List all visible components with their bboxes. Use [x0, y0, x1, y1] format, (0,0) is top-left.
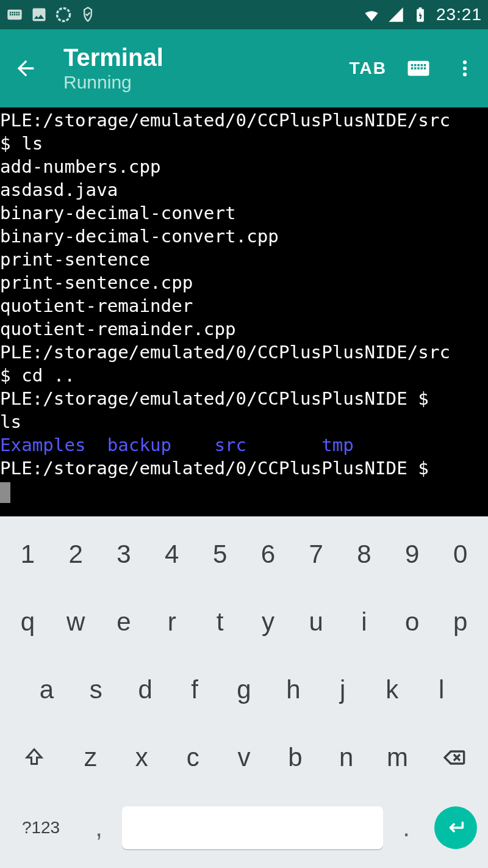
- key-a[interactable]: a: [22, 657, 71, 722]
- download-done-icon: [79, 6, 96, 23]
- enter-icon: [445, 817, 466, 838]
- key-v[interactable]: v: [218, 725, 270, 790]
- cell-signal-icon: [387, 6, 404, 23]
- key-shift[interactable]: [4, 725, 65, 790]
- terminal-line: print-sentence.cpp: [0, 272, 193, 293]
- keyboard-row-zxcv: z x c v b n m: [0, 724, 488, 792]
- key-4[interactable]: 4: [148, 521, 196, 587]
- terminal-line-dirs: Examples backup src tmp: [0, 435, 354, 455]
- key-h[interactable]: h: [268, 657, 318, 722]
- clock: 23:21: [436, 5, 482, 24]
- key-t[interactable]: t: [196, 589, 244, 654]
- terminal-line: ls: [0, 411, 21, 432]
- keyboard-row-bottom: ?123 , .: [0, 792, 488, 868]
- terminal-line: PLE:/storage/emulated/0/CCPlusPlusNIDE/s…: [0, 342, 450, 363]
- terminal-line: print-sentence: [0, 249, 150, 270]
- terminal-line: binary-decimal-convert: [0, 203, 236, 223]
- picture-icon: [30, 6, 48, 23]
- svg-point-0: [57, 9, 70, 21]
- terminal-line: quotient-remainder.cpp: [0, 319, 236, 339]
- key-m[interactable]: m: [372, 725, 423, 790]
- key-n[interactable]: n: [321, 725, 372, 790]
- app-subtitle: Running: [63, 72, 350, 93]
- terminal-cursor: [0, 482, 10, 503]
- key-3[interactable]: 3: [100, 521, 148, 587]
- key-k[interactable]: k: [367, 657, 417, 722]
- terminal-output[interactable]: PLE:/storage/emulated/0/CCPlusPlusNIDE/s…: [0, 107, 488, 516]
- battery-charging-icon: [412, 6, 429, 23]
- key-x[interactable]: x: [116, 725, 167, 790]
- key-9[interactable]: 9: [388, 521, 436, 587]
- key-b[interactable]: b: [270, 725, 321, 790]
- key-q[interactable]: q: [4, 589, 52, 654]
- key-comma[interactable]: ,: [76, 795, 122, 861]
- key-s[interactable]: s: [71, 657, 121, 722]
- key-f[interactable]: f: [170, 657, 220, 722]
- svg-point-1: [463, 60, 467, 64]
- backspace-icon: [442, 745, 466, 770]
- key-w[interactable]: w: [52, 589, 100, 654]
- key-o[interactable]: o: [388, 589, 436, 654]
- shift-icon: [23, 747, 45, 769]
- key-y[interactable]: y: [244, 589, 292, 654]
- keyboard-icon: [406, 56, 431, 81]
- keyboard-row-numbers: 1 2 3 4 5 6 7 8 9 0: [0, 520, 488, 588]
- key-u[interactable]: u: [292, 589, 340, 654]
- key-g[interactable]: g: [220, 657, 269, 722]
- key-0[interactable]: 0: [436, 521, 484, 587]
- back-button[interactable]: [11, 54, 40, 83]
- terminal-line: $ ls: [0, 133, 43, 154]
- loading-indicator-icon: [55, 6, 72, 23]
- overflow-menu-button[interactable]: [450, 54, 479, 83]
- keyboard-row-asdf: a s d f g h j k l: [0, 656, 488, 723]
- terminal-line: binary-decimal-convert.cpp: [0, 226, 279, 247]
- svg-point-2: [463, 67, 467, 70]
- terminal-line: asdasd.java: [0, 179, 118, 200]
- key-d[interactable]: d: [121, 657, 170, 722]
- keyboard-indicator-icon: [6, 6, 23, 23]
- key-5[interactable]: 5: [196, 521, 244, 587]
- key-period[interactable]: .: [383, 795, 429, 861]
- more-vert-icon: [454, 58, 475, 79]
- key-symbols[interactable]: ?123: [6, 795, 76, 861]
- toggle-keyboard-button[interactable]: [404, 54, 433, 83]
- terminal-line: add-numbers.cpp: [0, 156, 161, 177]
- wifi-icon: [363, 6, 380, 23]
- key-space[interactable]: [122, 806, 383, 849]
- app-title: Terminal: [63, 44, 350, 71]
- terminal-line: PLE:/storage/emulated/0/CCPlusPlusNIDE $: [0, 458, 439, 479]
- key-p[interactable]: p: [436, 589, 484, 654]
- key-7[interactable]: 7: [292, 521, 340, 587]
- app-bar: Terminal Running TAB: [0, 29, 488, 107]
- terminal-line: PLE:/storage/emulated/0/CCPlusPlusNIDE $: [0, 388, 439, 409]
- terminal-line: quotient-remainder: [0, 295, 193, 316]
- key-8[interactable]: 8: [340, 521, 389, 587]
- svg-point-3: [463, 73, 467, 76]
- key-j[interactable]: j: [318, 657, 367, 722]
- tab-key-button[interactable]: TAB: [350, 59, 387, 78]
- key-c[interactable]: c: [167, 725, 218, 790]
- key-z[interactable]: z: [65, 725, 117, 790]
- keyboard-row-qwerty: q w e r t y u i o p: [0, 588, 488, 656]
- key-r[interactable]: r: [148, 589, 196, 654]
- terminal-line: $ cd ..: [0, 365, 75, 386]
- key-enter[interactable]: [434, 806, 477, 849]
- key-6[interactable]: 6: [244, 521, 292, 587]
- android-status-bar: 23:21: [0, 0, 488, 29]
- terminal-line: PLE:/storage/emulated/0/CCPlusPlusNIDE/s…: [0, 110, 450, 131]
- back-arrow-icon: [13, 56, 38, 81]
- key-e[interactable]: e: [100, 589, 148, 654]
- key-l[interactable]: l: [417, 657, 466, 722]
- key-i[interactable]: i: [340, 589, 389, 654]
- key-2[interactable]: 2: [52, 521, 100, 587]
- on-screen-keyboard: 1 2 3 4 5 6 7 8 9 0 q w e r t y u i o p …: [0, 516, 488, 868]
- key-backspace[interactable]: [423, 725, 484, 790]
- key-1[interactable]: 1: [4, 521, 52, 587]
